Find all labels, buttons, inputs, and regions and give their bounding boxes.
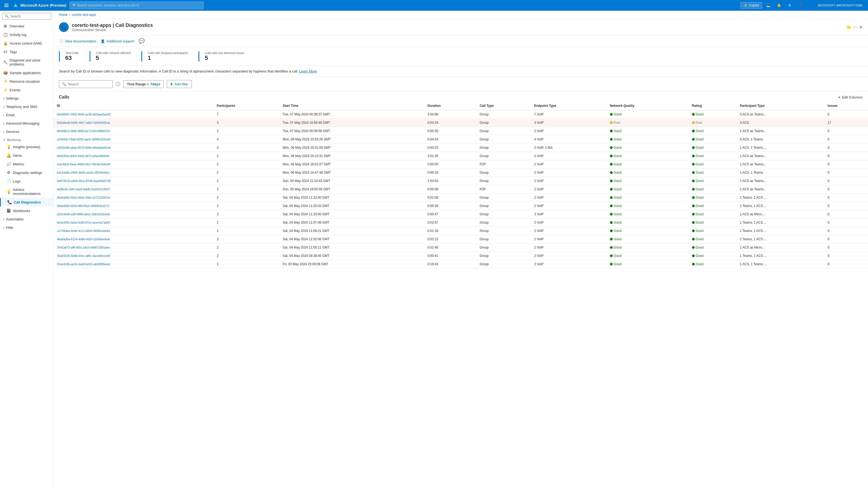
cell-id[interactable]: 48a8ad0a-8124-4d8b-9d2f-c20d56e8a4t [54,235,214,243]
feedback-icon[interactable]: 💬 [139,38,145,44]
cell-id[interactable]: 48a5af9d-01bd-45eb-93dc-a77219267et [54,194,214,202]
call-id-link[interactable]: 5d873529-a409-45ce-87d4-baa0f9a5720 [57,179,111,182]
calls-search-input[interactable] [68,82,110,86]
sidebar-item-call-diagnostics[interactable]: 📞 Call Diagnostics [0,198,53,206]
cell-id[interactable]: c2749aba-4e8e-4c11-b604-9f056c5ebb1 [54,227,214,235]
cell-id[interactable]: 7041a673-dfff-45b1-b61f-048873091dee [54,243,214,252]
more-options-button[interactable]: ··· [854,25,857,30]
sidebar-item-label: Sample applications [10,71,41,75]
cell-id[interactable]: 15a93225-5008-44cc-a8fc-4aca58e1e30 [54,252,214,260]
call-id-link[interactable]: 48a5af9d-01bd-45eb-93dc-a77219267et [57,196,110,199]
sidebar-item-services[interactable]: › Services [0,127,53,136]
sidebar-item-advanced-messaging[interactable]: › Advanced Messaging [0,119,53,127]
breadcrumb-home[interactable]: Home [59,13,68,17]
sidebar-item-tags[interactable]: 🏷 Tags [0,48,53,56]
sidebar-item-access-control[interactable]: 🔒 Access control (IAM) [0,39,53,48]
cell-issues: 0 [824,194,868,202]
call-id-link[interactable]: e24363c7-fbbf-4693-aac6-3d6f9c0291a8 [57,138,110,141]
search-info-button[interactable]: i [116,82,120,86]
cell-duration: 0:00:05 [424,160,477,169]
sidebar-search[interactable]: 🔍 [2,13,51,20]
cell-rating: Good [689,260,737,268]
table-row: 48a5af9d-01bd-45eb-93dc-a77219267et 2 Sa… [54,194,868,202]
sidebar-search-input[interactable] [10,15,49,18]
learn-more-link[interactable]: Learn More [299,69,317,73]
call-id-link[interactable]: b4116d9e-2995-4640-a1d9-c9529d4ebc [57,171,110,174]
cell-id[interactable]: 9dde606f-6254-4f6f-8fa3-34f49531d172 [54,202,214,210]
call-id-link[interactable]: 01ee442b-ae2e-4ee0-bd10-ab008f3eeet [57,262,110,266]
sidebar-item-help[interactable]: › Help [0,223,53,232]
cell-start-time: Sat, 04 May 2024 11:02:06 GMT [279,235,424,243]
cell-id[interactable]: 5063dea8-5099-48e7-a6b7-0d44b055cb [54,119,214,127]
call-id-link[interactable]: 7041a673-dfff-45b1-b61f-048873091dee [57,246,110,249]
cell-participants: 7 [214,110,279,119]
account-button[interactable]: 👤 [807,1,816,10]
call-id-link[interactable]: 9d503f1d-d004-42b2-8b71-e0ac9fe660f [57,154,109,157]
edit-columns-button[interactable]: ≡ Edit Columns [838,95,863,99]
sidebar-item-diagnose[interactable]: 🔧 Diagnose and solve problems [0,56,53,68]
global-search-input[interactable] [77,3,200,7]
sidebar-item-activity-log[interactable]: 📋 Activity log [0,30,53,39]
sidebar-item-settings[interactable]: › Settings [0,94,53,103]
call-id-link[interactable]: c0635440-afad-4570-8284-68ada0a614b [57,146,111,149]
call-id-link[interactable]: a32c4b38-a3ff-4886-a8a1-2b63c61b4e9 [57,212,110,216]
call-id-link[interactable]: 9dde606f-6254-4f6f-8fa3-34f49531d172 [57,204,109,207]
sidebar-item-email[interactable]: › Email [0,111,53,119]
copilot-button[interactable]: ✨ Copilot [740,2,762,8]
sidebar-item-events[interactable]: ⚡ Events [0,86,53,94]
sidebar-item-advisor-recs[interactable]: 💡 Advisor recommendations [0,185,53,198]
call-id-link[interactable]: b5e96007-5f05-45d0-ac36-a63aee6ac02 [57,113,111,116]
cell-id[interactable]: a32c4b38-a3ff-4886-a8a1-2b63c61b4e9 [54,210,214,219]
cell-id[interactable]: 01ee442b-ae2e-4ee0-bd10-ab008f3eeet [54,260,214,268]
cloud-shell-button[interactable]: 💻 [764,1,773,10]
call-id-link[interactable]: 0e5e3991-fa3a-4c80-87e1-acec4a7a9d7 [57,221,110,224]
cell-id[interactable]: 98d28bc3-9bbf-4b60-be72-bf14488a764 [54,127,214,135]
sidebar-item-logs[interactable]: 📄 Logs [0,177,53,185]
calls-search-box[interactable]: 🔍 [59,80,113,88]
cell-id[interactable]: b5e96007-5f05-45d0-ac36-a63aee6ac02 [54,110,214,119]
sidebar-item-automation[interactable]: › Automation [0,215,53,223]
cell-start-time: Mon, 06 May 2024 14:47:46 GMT [279,169,424,177]
call-id-link[interactable]: 98d28bc3-9bbf-4b60-be72-bf14488a764 [57,130,110,133]
close-button[interactable]: ✕ [859,25,863,30]
cell-id[interactable]: 2eb3fdc8-5eaa-4806-b9c7-05c8e7b6c89 [54,160,214,169]
sidebar-item-telephony[interactable]: › Telephony and SMS [0,103,53,111]
call-id-link[interactable]: c2749aba-4e8e-4c11-b604-9f056c5ebb1 [57,229,110,232]
view-docs-button[interactable]: 📄 View documentation [59,39,96,43]
sidebar-item-insights[interactable]: 💡 Insights (preview) [0,143,53,151]
cell-id[interactable]: 9d503f1d-d004-42b2-8b71-e0ac9fe660f [54,152,214,160]
call-id-link[interactable]: 2eb3fdc8-5eaa-4806-b9c7-05c8e7b6c89 [57,163,110,166]
add-filter-button[interactable]: ⧗ Add filter [167,80,191,88]
cell-id[interactable]: 5d873529-a409-45ce-87d4-baa0f9a5720 [54,177,214,185]
call-id-link[interactable]: 15a93225-5008-44cc-a8fc-4aca58e1e30 [57,254,110,257]
cell-id[interactable]: b4116d9e-2995-4640-a1d9-c9529d4ebc [54,169,214,177]
favorite-button[interactable]: ⭐ [846,25,851,30]
time-range-button[interactable]: Time Range < 7days [123,80,164,88]
table-row: c0635440-afad-4570-8284-68ada0a614b 3 Mo… [54,144,868,152]
sidebar-item-alerts[interactable]: 🔔 Alerts [0,151,53,160]
stat-total-calls-value: 63 [65,55,79,61]
global-search[interactable]: 🔍 [69,2,204,9]
call-id-link[interactable]: 5063dea8-5099-48e7-a6b7-0d44b055cb [57,121,110,124]
sidebar-item-diagnostic-settings[interactable]: ⚙ Diagnostic settings [0,168,53,177]
help-button[interactable]: ❓ [796,1,805,10]
cell-participant-type: 1 Teams, 1 ACS ... [737,194,824,202]
call-id-link[interactable]: 48a8ad0a-8124-4d8b-9d2f-c20d56e8a4t [57,237,110,241]
additional-support-button[interactable]: 👤 Additional support [101,39,134,43]
cell-id[interactable]: 0e5e3991-fa3a-4c80-87e1-acec4a7a9d7 [54,219,214,227]
calls-section-header: Calls ≡ Edit Columns [54,91,868,102]
sidebar-item-overview[interactable]: ⊞ Overview [0,22,53,30]
notifications-button[interactable]: 🔔 [775,1,783,10]
sidebar-item-metrics[interactable]: 📈 Metrics [0,160,53,168]
sidebar-item-resource-visualizer[interactable]: ⚡ Resource visualizer [0,77,53,86]
sidebar-monitoring-group[interactable]: ∨ Monitoring [0,136,53,143]
hamburger-menu[interactable] [3,3,10,8]
call-id-link[interactable]: ebffbc8c-34f4-4ae8-8dd8-01d41511997f [57,188,110,191]
breadcrumb-resource[interactable]: corertc-test-apps [72,13,96,17]
sidebar-item-workbooks[interactable]: 📓 Workbooks [0,206,53,215]
sidebar-item-sample-apps[interactable]: 📦 Sample applications [0,68,53,77]
cell-id[interactable]: ebffbc8c-34f4-4ae8-8dd8-01d41511997f [54,185,214,194]
cell-id[interactable]: c0635440-afad-4570-8284-68ada0a614b [54,144,214,152]
cell-id[interactable]: e24363c7-fbbf-4693-aac6-3d6f9c0291a8 [54,135,214,144]
settings-button[interactable]: ⚙ [786,1,794,10]
